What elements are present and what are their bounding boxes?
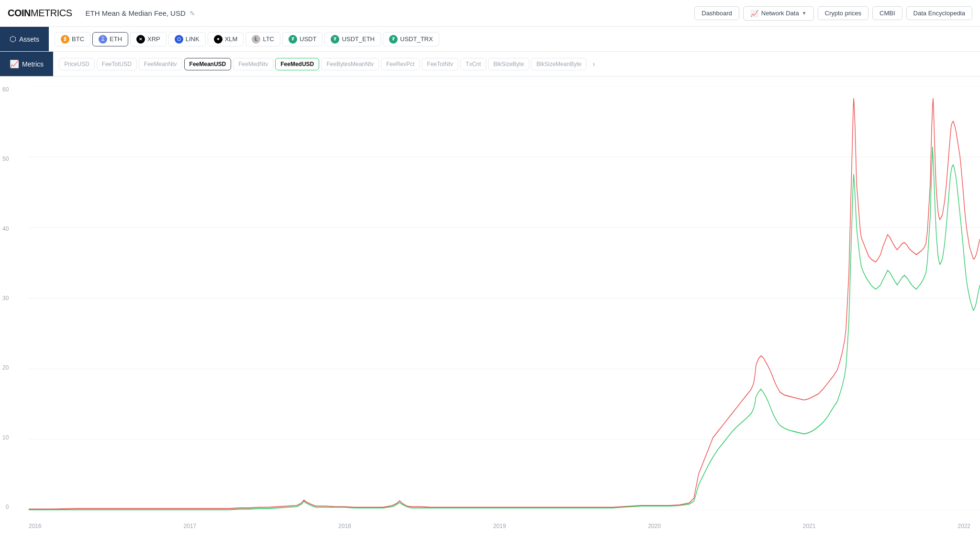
x-label-2016: 2016 <box>29 523 42 529</box>
asset-buttons: ₿ BTC Ξ ETH ✕ XRP ⬡ LINK ✦ XLM Ł LTC ₮ U… <box>49 27 445 51</box>
x-label-2021: 2021 <box>803 523 816 529</box>
metric-btn-fee-tot-usd[interactable]: FeeTotUSD <box>97 58 137 70</box>
y-label-50: 50 <box>2 156 12 162</box>
trend-icon: 📈 <box>750 10 758 17</box>
fee-mean-usd-line <box>29 98 980 509</box>
usdt-trx-icon: ₮ <box>389 35 398 44</box>
assets-row: ⬡ Assets ₿ BTC Ξ ETH ✕ XRP ⬡ LINK ✦ XLM … <box>0 27 980 52</box>
x-label-2022: 2022 <box>958 523 970 529</box>
asset-btn-ltc[interactable]: Ł LTC <box>245 32 280 46</box>
header: COINMETRICS ETH Mean & Median Fee, USD ✎… <box>0 0 980 27</box>
chart-container: 60 50 40 30 20 10 0 2016 20 <box>0 77 980 549</box>
eth-label: ETH <box>110 35 122 43</box>
y-label-30: 30 <box>2 295 12 302</box>
asset-btn-eth[interactable]: Ξ ETH <box>92 32 128 46</box>
y-axis-labels: 60 50 40 30 20 10 0 <box>2 86 12 510</box>
metric-btn-fee-mean-usd[interactable]: FeeMeanUSD <box>184 58 232 70</box>
usdt-icon: ₮ <box>289 35 297 44</box>
metrics-tab-icon: 📈 <box>10 59 19 68</box>
y-label-40: 40 <box>2 225 12 232</box>
metrics-tab-label: Metrics <box>22 60 44 68</box>
network-data-button[interactable]: 📈 Network Data ▼ <box>743 6 814 21</box>
assets-tab[interactable]: ⬡ Assets <box>0 27 49 51</box>
usdt-label: USDT <box>300 35 316 43</box>
logo-metrics: METRICS <box>31 8 72 19</box>
chevron-down-icon: ▼ <box>802 11 807 16</box>
asset-btn-btc[interactable]: ₿ BTC <box>55 32 90 46</box>
metric-btn-fee-tot-ntv[interactable]: FeeTotNtv <box>422 58 458 70</box>
logo-coin: COIN <box>8 8 31 19</box>
xrp-icon: ✕ <box>136 35 145 44</box>
eth-icon: Ξ <box>99 35 107 44</box>
y-label-60: 60 <box>2 86 12 93</box>
chart-svg <box>29 86 980 510</box>
ltc-icon: Ł <box>252 35 260 44</box>
metric-btn-tx-cnt[interactable]: TxCnt <box>460 58 486 70</box>
link-icon: ⬡ <box>175 35 183 44</box>
edit-icon[interactable]: ✎ <box>189 10 195 17</box>
title-section: ETH Mean & Median Fee, USD ✎ <box>86 9 687 17</box>
fee-med-usd-line <box>29 147 980 510</box>
x-label-2019: 2019 <box>493 523 506 529</box>
data-encyclopedia-button[interactable]: Data Encyclopedia <box>906 6 972 20</box>
x-label-2020: 2020 <box>648 523 661 529</box>
metrics-row: 📈 Metrics PriceUSD FeeTotUSD FeeMeanNtv … <box>0 52 980 77</box>
btc-icon: ₿ <box>61 35 69 44</box>
usdt-trx-label: USDT_TRX <box>400 35 433 43</box>
assets-tab-icon: ⬡ <box>10 34 16 44</box>
metric-btn-price-usd[interactable]: PriceUSD <box>59 58 95 70</box>
network-data-label: Network Data <box>761 10 799 17</box>
asset-btn-usdt-trx[interactable]: ₮ USDT_TRX <box>383 32 439 46</box>
asset-btn-xlm[interactable]: ✦ XLM <box>208 32 244 46</box>
metric-btn-blk-size-mean-byte[interactable]: BlkSizeMeanByte <box>531 58 587 70</box>
xlm-label: XLM <box>225 35 238 43</box>
nav-right: Dashboard 📈 Network Data ▼ Crypto prices… <box>694 6 972 21</box>
asset-btn-xrp[interactable]: ✕ XRP <box>130 32 167 46</box>
metric-btn-fee-med-usd[interactable]: FeeMedUSD <box>275 58 319 70</box>
crypto-prices-button[interactable]: Crypto prices <box>818 6 869 20</box>
assets-tab-label: Assets <box>19 35 39 43</box>
asset-btn-link[interactable]: ⬡ LINK <box>168 32 206 46</box>
ltc-label: LTC <box>263 35 274 43</box>
btc-label: BTC <box>72 35 84 43</box>
x-axis-labels: 2016 2017 2018 2019 2020 2021 2022 <box>29 523 980 529</box>
more-metrics-icon[interactable]: › <box>589 60 599 68</box>
xlm-icon: ✦ <box>214 35 223 44</box>
page-title: ETH Mean & Median Fee, USD <box>86 9 186 17</box>
link-label: LINK <box>186 35 200 43</box>
metric-btn-fee-mean-ntv[interactable]: FeeMeanNtv <box>139 58 182 70</box>
chart-area: 60 50 40 30 20 10 0 2016 20 <box>29 86 980 529</box>
metric-btn-fee-byte-mean-ntv[interactable]: FeeBytesMeanNtv <box>321 58 379 70</box>
x-label-2017: 2017 <box>184 523 197 529</box>
metric-btn-fee-rev-pct[interactable]: FeeRevPct <box>381 58 420 70</box>
metric-btn-blk-size-byte[interactable]: BlkSizeByte <box>488 58 529 70</box>
y-label-10: 10 <box>2 434 12 441</box>
usdt-eth-label: USDT_ETH <box>342 35 375 43</box>
asset-btn-usdt[interactable]: ₮ USDT <box>282 32 323 46</box>
metric-buttons: PriceUSD FeeTotUSD FeeMeanNtv FeeMeanUSD… <box>53 52 604 76</box>
dashboard-button[interactable]: Dashboard <box>694 6 739 20</box>
cmbi-button[interactable]: CMBI <box>872 6 902 20</box>
y-label-0: 0 <box>6 504 13 510</box>
asset-btn-usdt-eth[interactable]: ₮ USDT_ETH <box>324 32 381 46</box>
metric-btn-fee-med-ntv[interactable]: FeeMedNtv <box>233 58 273 70</box>
usdt-eth-icon: ₮ <box>331 35 339 44</box>
metrics-tab[interactable]: 📈 Metrics <box>0 52 53 76</box>
x-label-2018: 2018 <box>338 523 351 529</box>
y-label-20: 20 <box>2 364 12 371</box>
xrp-label: XRP <box>147 35 160 43</box>
logo: COINMETRICS <box>8 8 72 19</box>
